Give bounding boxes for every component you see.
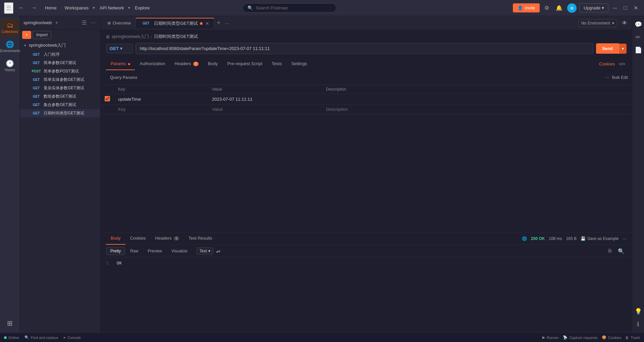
settings-button[interactable]: ⚙ [542, 3, 551, 12]
tab-tests[interactable]: Tests [267, 58, 286, 70]
res-tab-body[interactable]: Body [106, 232, 125, 245]
xmlslash-button[interactable]: </> [618, 58, 627, 70]
comments-button[interactable]: 💬 [633, 19, 644, 30]
res-tab-test-results[interactable]: Test Results [184, 232, 217, 245]
param-desc-input[interactable] [326, 97, 628, 102]
close-button[interactable]: ✕ [632, 3, 640, 12]
tab-settings[interactable]: Settings [286, 58, 312, 70]
upgrade-button[interactable]: Upgrade ▾ [579, 3, 608, 12]
send-dropdown-button[interactable]: ▾ [619, 44, 627, 54]
res-subtab-preview[interactable]: Preview [143, 247, 166, 255]
params-more-button[interactable]: ··· [605, 75, 609, 81]
status-cookies[interactable]: 🍪 Cookies [602, 335, 622, 340]
search-response-button[interactable]: 🔍 [616, 247, 627, 255]
endpoint-rumen-chengxu[interactable]: GET 入门程序 [20, 50, 100, 59]
tab-headers[interactable]: Headers 7 [170, 58, 203, 70]
method-selector[interactable]: GET ▾ [106, 44, 133, 53]
notifications-button[interactable]: 🔔 [554, 3, 565, 12]
environment-selector[interactable]: No Environment ▾ [578, 19, 617, 27]
search-bar[interactable]: 🔍 [243, 3, 336, 12]
home-link[interactable]: Home [42, 3, 60, 12]
params-area: Query Params ··· Bulk Edit Key Value Des… [101, 70, 632, 232]
res-body-label: Body [111, 236, 121, 241]
back-button[interactable]: ← [16, 3, 26, 13]
row-checkbox[interactable] [105, 96, 110, 101]
env-panel-button[interactable]: 👁 [620, 19, 629, 28]
collections-label: Collections [2, 30, 18, 34]
tab-overview[interactable]: ⊕ Overview [103, 18, 135, 28]
res-subtab-visualize[interactable]: Visualize [167, 247, 192, 255]
workspaces-dropdown[interactable]: Workspaces ▾ [61, 3, 95, 12]
hamburger-menu-button[interactable]: ☰ [4, 2, 13, 14]
search-input[interactable] [256, 5, 323, 10]
endpoint-jiandan-canshu-get[interactable]: GET 简单参数GET测试 [20, 59, 100, 67]
endpoint-date-get[interactable]: GET 日期时间类型GET测试 [20, 109, 100, 117]
sidebar-item-collections[interactable]: 🗂 Collections [1, 19, 19, 36]
format-selector[interactable]: Text ▾ [197, 247, 213, 255]
sidebar-item-environments[interactable]: 🌐 Environments [1, 38, 19, 55]
status-online[interactable]: Online [4, 336, 19, 340]
status-capture[interactable]: 📡 Capture requests [563, 335, 597, 340]
empty-desc-input[interactable] [326, 107, 628, 112]
lightbulb-button[interactable]: 💡 [633, 306, 644, 317]
new-collection-button[interactable]: + [54, 19, 60, 27]
empty-key-input[interactable] [118, 107, 204, 112]
status-console[interactable]: ▸ Console [64, 335, 81, 340]
endpoint-jiche-get[interactable]: GET 集合参数GET测试 [20, 101, 100, 109]
tab-params[interactable]: Params [106, 58, 135, 70]
endpoint-jiandan-canshu-post[interactable]: POST 简单参数POST测试 [20, 67, 100, 76]
empty-value-input[interactable] [212, 107, 318, 112]
workspaces-link[interactable]: Workspaces [61, 3, 92, 12]
tab-body[interactable]: Body [203, 58, 223, 70]
endpoint-jiandan-shiti-get[interactable]: GET 简单实体参数GET测试 [20, 76, 100, 84]
param-key-input[interactable] [118, 97, 204, 102]
invite-label: Invite [525, 5, 535, 10]
param-value-input[interactable] [212, 97, 318, 102]
status-code: 200 OK [531, 236, 545, 241]
res-subtab-pretty[interactable]: Pretty [106, 247, 125, 255]
panel-more-button[interactable]: ··· [90, 19, 97, 27]
collection-title-springbootweb[interactable]: ▼ springbootweb入门 [20, 40, 100, 50]
api-network-link[interactable]: API Network [96, 3, 127, 12]
url-input[interactable] [136, 43, 593, 54]
add-tab-button[interactable]: + [215, 19, 223, 27]
tab-close-button[interactable]: ✕ [205, 21, 210, 26]
res-tab-headers[interactable]: Headers 5 [151, 232, 184, 245]
status-find-replace[interactable]: 🔍 Find and replace [24, 335, 58, 340]
explore-link[interactable]: Explore [131, 3, 153, 12]
api-network-dropdown[interactable]: API Network ▾ [96, 3, 130, 12]
res-more-button[interactable]: ··· [623, 236, 627, 241]
send-button[interactable]: Send [596, 43, 619, 54]
endpoint-fuza-shiti-get[interactable]: GET 复杂实体参数GET测试 [20, 84, 100, 92]
res-tab-cookies[interactable]: Cookies [125, 232, 151, 245]
docs-button[interactable]: 📄 [633, 44, 644, 56]
cookies-link[interactable]: Cookies [596, 58, 618, 70]
filter-button[interactable]: ☰ [80, 19, 88, 27]
tab-authorization[interactable]: Authorization [135, 58, 170, 70]
status-runner[interactable]: ▶ Runner [542, 335, 559, 340]
main-content: ⊕ Overview GET 日期时间类型GET测试 ✕ + ··· No En… [101, 16, 632, 333]
save-example-button[interactable]: 💾 Save as Example [581, 236, 619, 241]
invite-button[interactable]: 👤 Invite [513, 3, 540, 12]
import-button[interactable]: Import [33, 31, 51, 39]
new-button[interactable]: + [22, 31, 31, 39]
copy-response-button[interactable]: ⎘ [606, 247, 614, 255]
tabs-more-button[interactable]: ··· [223, 20, 231, 27]
status-trash[interactable]: 🗑 Trash [625, 336, 640, 340]
runner-label: Runner [547, 336, 559, 340]
empty-checkbox-cell [101, 105, 114, 114]
maximize-button[interactable]: □ [622, 4, 629, 12]
forward-button[interactable]: → [29, 3, 39, 13]
breadcrumb-separator: / [151, 34, 152, 39]
tab-current-request[interactable]: GET 日期时间类型GET测试 ✕ [136, 18, 214, 29]
endpoint-shuzhu-get[interactable]: GET 数组参数GET测试 [20, 92, 100, 101]
sidebar-item-history[interactable]: 🕐 History [1, 57, 19, 75]
tab-pre-request[interactable]: Pre-request Script [222, 58, 267, 70]
edit-button[interactable]: ✏ [634, 32, 643, 43]
bulk-edit-button[interactable]: Bulk Edit [612, 75, 628, 80]
res-subtab-raw[interactable]: Raw [126, 247, 143, 255]
info-button[interactable]: ℹ [635, 319, 641, 330]
wrap-button[interactable]: ⇌ [214, 247, 222, 255]
minimize-button[interactable]: ─ [611, 4, 619, 12]
sidebar-item-apps[interactable]: ⊞ [1, 316, 19, 330]
